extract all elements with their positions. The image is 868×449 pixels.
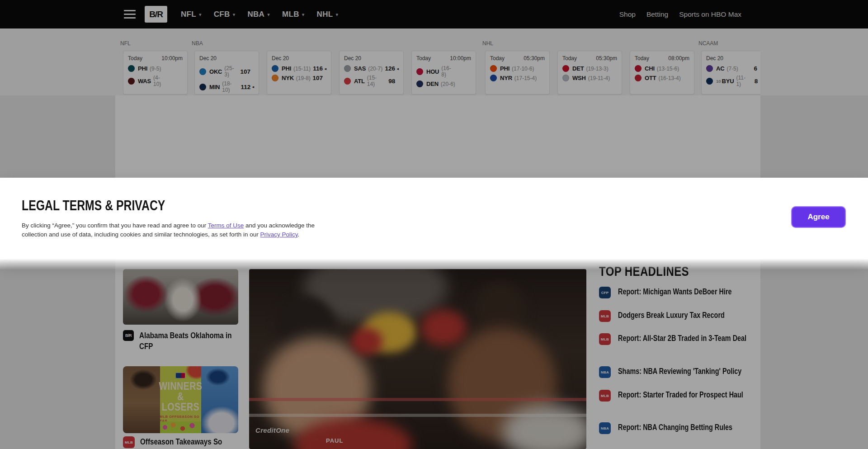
- agree-button[interactable]: Agree: [791, 206, 846, 228]
- privacy-policy-link[interactable]: Privacy Policy: [260, 231, 298, 238]
- modal-title: LEGAL TERMS & PRIVACY: [22, 198, 166, 214]
- body-text: By clicking “Agree,” you confirm that yo…: [22, 222, 208, 229]
- body-text: .: [298, 231, 300, 238]
- legal-terms-modal: LEGAL TERMS & PRIVACY By clicking “Agree…: [0, 178, 868, 259]
- modal-body-text: By clicking “Agree,” you confirm that yo…: [22, 221, 338, 240]
- terms-of-use-link[interactable]: Terms of Use: [208, 222, 244, 229]
